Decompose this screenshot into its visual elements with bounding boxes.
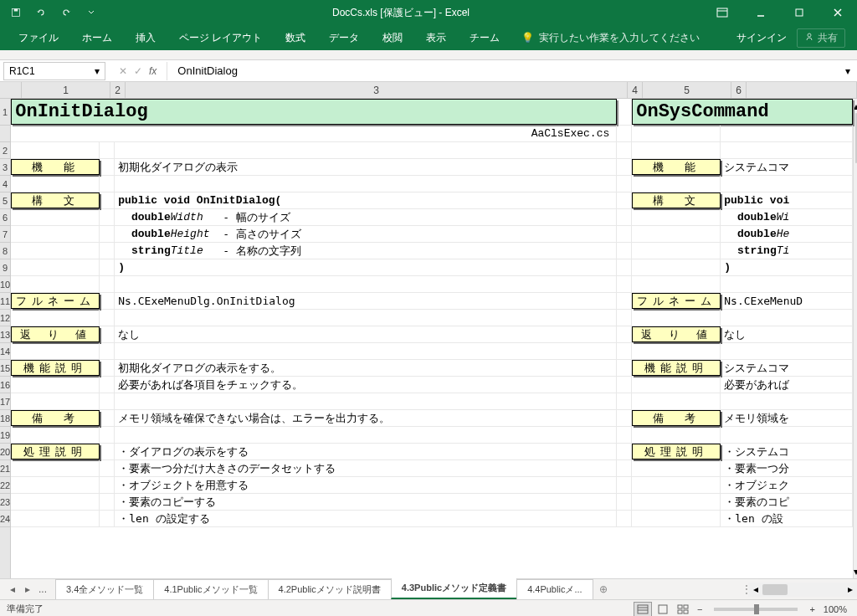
cell[interactable]: ・ダイアログの表示をする	[115, 444, 617, 459]
row-header[interactable]: 4	[0, 176, 10, 192]
cell[interactable]	[617, 276, 632, 292]
cell[interactable]: システムコマ	[721, 360, 853, 376]
cell[interactable]: 返 り 値	[632, 326, 721, 342]
sheet-tab[interactable]: 4.1Publicメソッド一覧	[153, 579, 268, 599]
ribbon-tab[interactable]: 校閲	[371, 25, 414, 50]
cell[interactable]	[721, 176, 853, 192]
cell[interactable]: 構 文	[632, 192, 721, 208]
column-header[interactable]: 1	[22, 82, 110, 98]
row-header[interactable]: 19	[0, 427, 10, 444]
row-header[interactable]: 15	[0, 360, 10, 377]
cell[interactable]	[632, 393, 721, 409]
sheet-tab[interactable]: 4.3Publicメソッド定義書	[391, 578, 517, 599]
close-button[interactable]	[819, 0, 857, 25]
cell[interactable]: 処理説明	[632, 444, 721, 459]
redo-icon[interactable]	[59, 5, 74, 20]
sheet-tab[interactable]: 4.4Publicメ...	[516, 579, 593, 599]
cell[interactable]	[632, 427, 721, 443]
cell[interactable]	[632, 209, 721, 225]
cell[interactable]	[11, 494, 100, 510]
cells-area[interactable]: OnInitDialogOnSysCommandAaClsExec.cs機 能初…	[11, 99, 853, 578]
formula-input[interactable]: OnInitDialog	[167, 64, 839, 77]
zoom-thumb[interactable]	[754, 604, 759, 614]
column-header[interactable]: 2	[110, 82, 126, 98]
cell[interactable]	[721, 343, 853, 359]
cell[interactable]: 備 考	[632, 410, 721, 426]
cell[interactable]	[100, 176, 115, 192]
cell[interactable]: ・要素のコピ	[721, 494, 853, 510]
row-header[interactable]	[0, 126, 10, 142]
dropdown-icon[interactable]: ▾	[95, 65, 100, 77]
cell[interactable]: ・要素のコピーする	[115, 494, 617, 510]
select-all-corner[interactable]	[0, 82, 22, 98]
row-header[interactable]: 6	[0, 209, 10, 226]
sheet-nav-next-icon[interactable]: ▸	[22, 583, 33, 595]
cell[interactable]	[721, 393, 853, 409]
zoom-percent[interactable]: 100%	[820, 604, 850, 614]
row-header[interactable]: 10	[0, 276, 10, 293]
cell[interactable]	[632, 511, 721, 526]
cell[interactable]	[11, 310, 100, 326]
cell[interactable]	[100, 360, 115, 376]
cell[interactable]	[11, 259, 100, 275]
save-icon[interactable]	[8, 5, 23, 20]
cell[interactable]: 処理説明	[11, 444, 100, 459]
cell[interactable]: なし	[115, 326, 617, 342]
cell[interactable]: 機能説明	[11, 360, 100, 376]
cell[interactable]	[721, 310, 853, 326]
cell[interactable]	[632, 460, 721, 476]
cell[interactable]: double Wi	[721, 209, 853, 225]
cell[interactable]	[632, 494, 721, 510]
view-page-break-icon[interactable]	[674, 602, 692, 617]
cell[interactable]: ・オブジェク	[721, 477, 853, 493]
cell[interactable]	[115, 427, 617, 443]
row-header[interactable]: 5	[0, 192, 10, 209]
ribbon-tab[interactable]: データ	[317, 25, 371, 50]
cell[interactable]	[617, 243, 632, 259]
cell[interactable]	[100, 427, 115, 443]
cell[interactable]: ・システムコ	[721, 444, 853, 459]
horizontal-scrollbar[interactable]: ◂ ▸	[748, 583, 857, 597]
row-header[interactable]: 23	[0, 494, 10, 511]
cell[interactable]: OnSysCommand	[632, 99, 853, 125]
row-header[interactable]: 11	[0, 293, 10, 310]
ribbon-tab[interactable]: ページ レイアウト	[167, 25, 274, 50]
cell[interactable]	[100, 494, 115, 510]
ribbon-display-icon[interactable]	[703, 0, 742, 25]
signin-link[interactable]: サインイン	[736, 31, 787, 45]
cell[interactable]	[100, 326, 115, 342]
row-header[interactable]: 17	[0, 393, 10, 410]
cell[interactable]	[100, 192, 115, 208]
cell[interactable]: public void OnInitDialog(	[115, 192, 617, 208]
cell[interactable]	[11, 142, 100, 158]
cell[interactable]: AaClsExec.cs	[11, 126, 617, 141]
cell[interactable]: 構 文	[11, 192, 100, 208]
cell[interactable]: double Width - 幅のサイズ	[115, 209, 617, 225]
ribbon-tab[interactable]: ファイル	[7, 25, 70, 50]
cell[interactable]	[100, 142, 115, 158]
view-normal-icon[interactable]	[634, 602, 652, 617]
cell[interactable]	[11, 427, 100, 443]
ribbon-tab[interactable]: チーム	[458, 25, 511, 50]
cell[interactable]	[115, 176, 617, 192]
cell[interactable]	[617, 226, 632, 242]
row-header[interactable]: 24	[0, 511, 10, 527]
cell[interactable]	[617, 427, 632, 443]
cell[interactable]	[632, 310, 721, 326]
cell[interactable]	[11, 243, 100, 259]
cell[interactable]: 必要があれば各項目をチェックする。	[115, 377, 617, 393]
cell[interactable]	[632, 126, 721, 141]
cell[interactable]	[11, 377, 100, 393]
cell[interactable]	[100, 226, 115, 242]
cell[interactable]: )	[721, 259, 853, 275]
cell[interactable]: double He	[721, 226, 853, 242]
cell[interactable]	[100, 259, 115, 275]
cell[interactable]	[632, 176, 721, 192]
cell[interactable]	[632, 477, 721, 493]
row-header[interactable]: 16	[0, 377, 10, 393]
cell[interactable]: ・要素一つ分だけ大きさのデータセットする	[115, 460, 617, 476]
cell[interactable]: 初期化ダイアログの表示をする。	[115, 360, 617, 376]
cell[interactable]: なし	[721, 326, 853, 342]
cell[interactable]	[100, 243, 115, 259]
cell[interactable]: Ns.CExeMenuDlg.OnInitDialog	[115, 293, 617, 309]
